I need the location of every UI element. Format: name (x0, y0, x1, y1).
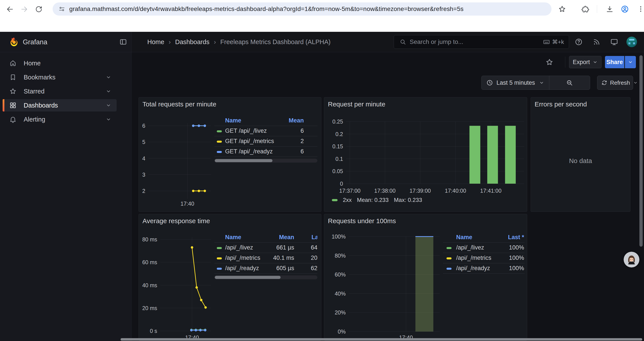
legend-swatch[interactable] (332, 199, 338, 201)
apps-icon (9, 102, 17, 109)
grafana-logo[interactable] (9, 37, 19, 47)
panel-title[interactable]: Average response time (142, 217, 210, 225)
no-data-text: No data (531, 157, 630, 165)
grafana-topnav-left: Grafana (0, 32, 132, 52)
back-icon[interactable] (6, 5, 14, 13)
sidebar-item-dashboards[interactable]: Dashboards (3, 99, 116, 112)
legend-swatch[interactable] (217, 141, 222, 143)
breadcrumb: Home › Dashboards › Freeleaps Metrics Da… (147, 32, 330, 52)
legend-stat-max: Max: 0.233 (394, 197, 422, 203)
legend-col-1[interactable]: Las (312, 234, 318, 241)
sidebar-item-home[interactable]: Home (3, 57, 116, 69)
horizontal-scrollbar[interactable] (120, 338, 642, 340)
chevron-down-icon[interactable] (106, 74, 111, 80)
legend-separator (214, 157, 318, 157)
url-text[interactable]: grafana.mathmast.com/d/deytv4rwavabkb/fr… (69, 6, 552, 13)
legend-col-name[interactable]: Name (456, 234, 472, 241)
legend-series-name[interactable]: /api/_/metrics (456, 254, 492, 261)
panel-title[interactable]: Total requests per minute (142, 101, 216, 108)
forward-icon[interactable] (20, 5, 28, 13)
chevron-down-icon[interactable] (633, 80, 638, 85)
sidebar-item-starred[interactable]: Starred (3, 85, 116, 97)
legend-swatch[interactable] (217, 130, 222, 132)
user-avatar[interactable] (626, 37, 637, 47)
legend-value: 40.1 ms (273, 254, 294, 261)
address-bar[interactable]: grafana.mathmast.com/d/deytv4rwavabkb/fr… (52, 3, 552, 16)
share-menu-button[interactable] (625, 56, 636, 68)
legend-scrollbar[interactable] (214, 275, 318, 279)
svg-text:2: 2 (142, 188, 145, 194)
breadcrumb-dashboards[interactable]: Dashboards (175, 38, 209, 46)
legend-series-name[interactable]: /api/_/livez (225, 244, 253, 251)
legend-col-0[interactable]: Mean (289, 117, 304, 124)
legend-separator (214, 253, 318, 253)
panel-title[interactable]: Request per minute (328, 101, 385, 108)
legend-separator (443, 263, 524, 263)
vertical-scrollbar[interactable] (640, 55, 643, 247)
breadcrumb-home[interactable]: Home (147, 38, 164, 46)
legend-series-name[interactable]: /api/_/readyz (225, 265, 259, 272)
legend-separator (214, 273, 318, 274)
legend-value: 646 (311, 244, 318, 251)
export-button[interactable]: Export (569, 56, 602, 68)
svg-text:80%: 80% (335, 253, 346, 259)
legend-swatch[interactable] (217, 257, 222, 259)
legend-swatch[interactable] (217, 151, 222, 153)
legend-col-0[interactable]: Last * (508, 234, 524, 241)
sidebar-toggle-icon[interactable] (119, 38, 127, 46)
legend-col-name[interactable]: Name (225, 234, 241, 241)
menu-kebab-icon[interactable] (637, 5, 644, 13)
avatar-detail (633, 42, 635, 44)
svg-text:60%: 60% (335, 271, 346, 278)
legend-col-0[interactable]: Mean (279, 234, 294, 241)
legend-swatch[interactable] (446, 257, 452, 259)
svg-text:17:40:00: 17:40:00 (445, 188, 466, 194)
legend-value: 100% (509, 265, 524, 272)
sidebar-item-label: Dashboards (24, 102, 58, 109)
assistant-avatar[interactable] (624, 252, 640, 267)
legend-series-name[interactable]: 2xx (343, 197, 352, 203)
site-settings-icon[interactable] (58, 6, 65, 13)
panel-title[interactable]: Errors per second (534, 101, 587, 108)
time-range-picker[interactable]: Last 5 minutes (481, 76, 590, 90)
share-button[interactable]: Share (605, 56, 624, 68)
legend-series-name[interactable]: /api/_/readyz (456, 265, 490, 272)
requests-under-100ms-legend: NameLast */api/_/livez100%/api/_/metrics… (443, 233, 524, 284)
kiosk-monitor-icon[interactable] (610, 38, 618, 46)
news-rss-icon[interactable] (593, 38, 600, 46)
chevron-down-icon[interactable] (106, 103, 111, 108)
legend-swatch[interactable] (446, 247, 452, 249)
search-input[interactable]: Search or jump to... ⌘+k (394, 35, 569, 49)
downloads-icon[interactable] (606, 5, 614, 13)
panel-title[interactable]: Requests under 100ms (328, 217, 396, 225)
browser-toolbar: grafana.mathmast.com/d/deytv4rwavabkb/fr… (0, 0, 644, 18)
breadcrumb-current: Freeleaps Metrics Dashboard (ALPHA) (220, 38, 330, 46)
sidebar-item-label: Starred (24, 88, 44, 95)
reload-icon[interactable] (35, 5, 43, 13)
profile-icon[interactable] (620, 5, 629, 14)
svg-text:3: 3 (142, 172, 145, 178)
legend-scrollbar[interactable] (214, 159, 318, 163)
extensions-icon[interactable] (581, 5, 590, 13)
chevron-down-icon[interactable] (106, 88, 111, 94)
legend-col-name[interactable]: Name (225, 117, 241, 124)
svg-text:0.1: 0.1 (335, 156, 343, 162)
legend-series-name[interactable]: GET /api/_/readyz (225, 148, 273, 155)
chevron-down-icon[interactable] (106, 117, 111, 122)
refresh-button[interactable]: Refresh (597, 76, 633, 90)
bookmark-star-icon[interactable] (558, 5, 566, 13)
favorite-dashboard-star-icon[interactable] (545, 58, 554, 66)
sidebar-item-alerting[interactable]: Alerting (3, 113, 116, 126)
legend-swatch[interactable] (217, 247, 222, 249)
legend-series-name[interactable]: /api/_/metrics (225, 254, 260, 261)
help-icon[interactable] (575, 38, 582, 46)
sidebar-item-label: Alerting (24, 116, 45, 123)
legend-series-name[interactable]: GET /api/_/metrics (225, 138, 274, 145)
zoom-out-icon[interactable] (549, 79, 590, 86)
panel-legend-inline[interactable]: 2xx Mean: 0.233 Max: 0.233 (332, 197, 422, 203)
legend-swatch[interactable] (446, 268, 452, 270)
legend-series-name[interactable]: /api/_/livez (456, 244, 484, 251)
legend-series-name[interactable]: GET /api/_/livez (225, 128, 267, 134)
legend-swatch[interactable] (217, 268, 222, 270)
sidebar-item-bookmarks[interactable]: Bookmarks (3, 71, 116, 83)
